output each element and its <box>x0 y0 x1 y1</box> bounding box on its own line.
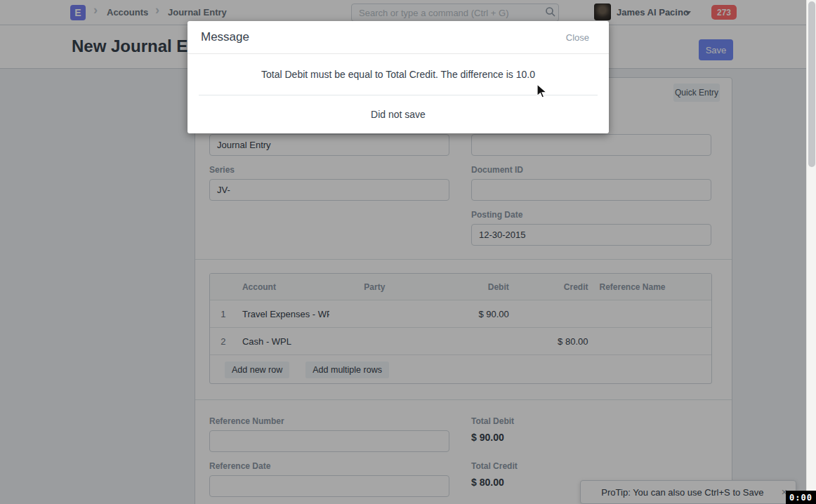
modal-close-button[interactable]: Close <box>566 32 589 43</box>
modal-header: Message Close <box>187 21 609 54</box>
recording-timer: 0:00 <box>786 491 816 504</box>
message-dialog: Message Close Total Debit must be equal … <box>187 21 609 133</box>
modal-message: Total Debit must be equal to Total Credi… <box>187 54 609 95</box>
page-scrollbar[interactable] <box>806 0 816 504</box>
modal-footer-text: Did not save <box>187 95 609 133</box>
modal-title: Message <box>201 30 249 44</box>
scrollbar-thumb[interactable] <box>808 1 815 167</box>
app-window: E › Accounts › Journal Entry James Al Pa… <box>0 0 816 504</box>
